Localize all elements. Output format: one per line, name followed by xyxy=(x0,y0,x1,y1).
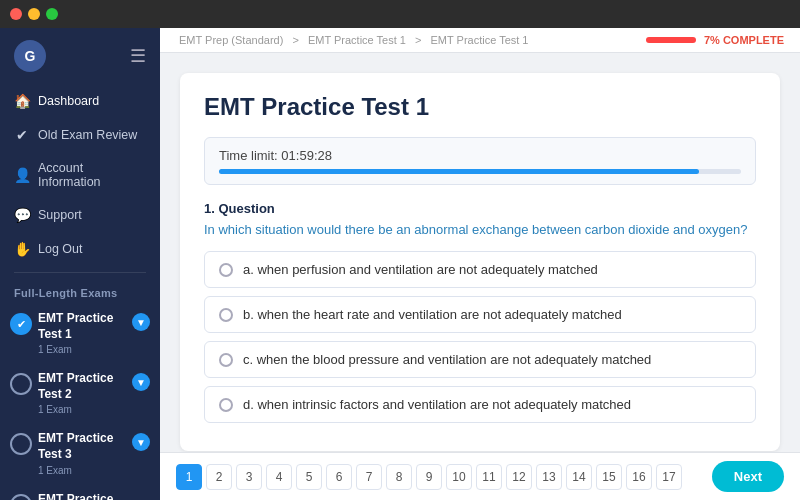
sidebar-section-exams: Full-Length Exams xyxy=(0,279,160,303)
page-num-1[interactable]: 1 xyxy=(176,464,202,490)
exam2-circle xyxy=(10,373,32,395)
sidebar: G ☰ 🏠 Dashboard ✔ Old Exam Review 👤 Acco… xyxy=(0,28,160,500)
check-icon: ✔ xyxy=(14,127,30,143)
nav-dashboard[interactable]: 🏠 Dashboard xyxy=(0,84,160,118)
exam3-count: 1 Exam xyxy=(38,465,126,476)
sidebar-item-exam1[interactable]: ✔ EMT Practice Test 1 1 Exam ▼ xyxy=(0,303,160,363)
exam3-name: EMT Practice Test 3 xyxy=(38,431,126,462)
breadcrumb-sep2: > xyxy=(415,34,424,46)
top-bar: EMT Prep (Standard) > EMT Practice Test … xyxy=(160,28,800,53)
breadcrumb: EMT Prep (Standard) > EMT Practice Test … xyxy=(176,34,532,46)
breadcrumb-part2: EMT Practice Test 1 xyxy=(308,34,406,46)
hamburger-menu[interactable]: ☰ xyxy=(130,45,146,67)
page-num-14[interactable]: 14 xyxy=(566,464,592,490)
sidebar-item-exam2[interactable]: EMT Practice Test 2 1 Exam ▼ xyxy=(0,363,160,423)
question-text: In which situation would there be an abn… xyxy=(204,222,756,237)
nav-account[interactable]: 👤 Account Information xyxy=(0,152,160,198)
page-num-8[interactable]: 8 xyxy=(386,464,412,490)
sidebar-item-exam4[interactable]: EMT Practice xyxy=(0,484,160,500)
sidebar-divider xyxy=(14,272,146,273)
page-num-11[interactable]: 11 xyxy=(476,464,502,490)
exam2-name: EMT Practice Test 2 xyxy=(38,371,126,402)
exam3-circle xyxy=(10,433,32,455)
page-num-9[interactable]: 9 xyxy=(416,464,442,490)
minimize-dot[interactable] xyxy=(28,8,40,20)
page-num-7[interactable]: 7 xyxy=(356,464,382,490)
next-button[interactable]: Next xyxy=(712,461,784,492)
user-icon: 👤 xyxy=(14,167,30,183)
close-dot[interactable] xyxy=(10,8,22,20)
question-number: 1. Question xyxy=(204,201,756,216)
timer-box: Time limit: 01:59:28 xyxy=(204,137,756,185)
progress-bar xyxy=(646,37,696,43)
timer-track xyxy=(219,169,741,174)
option-c[interactable]: c. when the blood pressure and ventilati… xyxy=(204,341,756,378)
logo: G xyxy=(14,40,46,72)
test-card: EMT Practice Test 1 Time limit: 01:59:28… xyxy=(180,73,780,451)
page-num-10[interactable]: 10 xyxy=(446,464,472,490)
option-b[interactable]: b. when the heart rate and ventilation a… xyxy=(204,296,756,333)
exam4-circle xyxy=(10,494,32,500)
page-num-12[interactable]: 12 xyxy=(506,464,532,490)
logout-icon: ✋ xyxy=(14,241,30,257)
bottom-nav: 1234567891011121314151617 Next xyxy=(160,452,800,500)
page-num-17[interactable]: 17 xyxy=(656,464,682,490)
option-b-text: b. when the heart rate and ventilation a… xyxy=(243,307,622,322)
content-area: EMT Practice Test 1 Time limit: 01:59:28… xyxy=(160,53,800,452)
page-num-3[interactable]: 3 xyxy=(236,464,262,490)
exam3-chevron: ▼ xyxy=(132,433,150,451)
breadcrumb-part3: EMT Practice Test 1 xyxy=(430,34,528,46)
home-icon: 🏠 xyxy=(14,93,30,109)
radio-d xyxy=(219,398,233,412)
timer-label: Time limit: 01:59:28 xyxy=(219,148,741,163)
chat-icon: 💬 xyxy=(14,207,30,223)
page-num-13[interactable]: 13 xyxy=(536,464,562,490)
page-num-15[interactable]: 15 xyxy=(596,464,622,490)
radio-a xyxy=(219,263,233,277)
page-num-4[interactable]: 4 xyxy=(266,464,292,490)
exam1-name: EMT Practice Test 1 xyxy=(38,311,126,342)
option-a[interactable]: a. when perfusion and ventilation are no… xyxy=(204,251,756,288)
exam4-name: EMT Practice xyxy=(38,492,150,500)
sidebar-item-exam3[interactable]: EMT Practice Test 3 1 Exam ▼ xyxy=(0,423,160,483)
radio-c xyxy=(219,353,233,367)
exam2-chevron: ▼ xyxy=(132,373,150,391)
progress-info: 7% COMPLETE xyxy=(646,34,784,46)
breadcrumb-sep1: > xyxy=(292,34,301,46)
breadcrumb-part1: EMT Prep (Standard) xyxy=(179,34,283,46)
nav-support[interactable]: 💬 Support xyxy=(0,198,160,232)
maximize-dot[interactable] xyxy=(46,8,58,20)
app-layout: G ☰ 🏠 Dashboard ✔ Old Exam Review 👤 Acco… xyxy=(0,28,800,500)
page-num-6[interactable]: 6 xyxy=(326,464,352,490)
sidebar-header: G ☰ xyxy=(0,28,160,84)
exam2-count: 1 Exam xyxy=(38,404,126,415)
exam1-count: 1 Exam xyxy=(38,344,126,355)
option-d-text: d. when intrinsic factors and ventilatio… xyxy=(243,397,631,412)
page-num-5[interactable]: 5 xyxy=(296,464,322,490)
radio-b xyxy=(219,308,233,322)
page-numbers: 1234567891011121314151617 xyxy=(176,464,712,490)
option-a-text: a. when perfusion and ventilation are no… xyxy=(243,262,598,277)
progress-label: 7% COMPLETE xyxy=(704,34,784,46)
option-c-text: c. when the blood pressure and ventilati… xyxy=(243,352,651,367)
page-num-2[interactable]: 2 xyxy=(206,464,232,490)
nav-old-exam[interactable]: ✔ Old Exam Review xyxy=(0,118,160,152)
page-title: EMT Practice Test 1 xyxy=(204,93,756,121)
exam1-circle: ✔ xyxy=(10,313,32,335)
page-num-16[interactable]: 16 xyxy=(626,464,652,490)
nav-logout[interactable]: ✋ Log Out xyxy=(0,232,160,266)
titlebar xyxy=(0,0,800,28)
option-d[interactable]: d. when intrinsic factors and ventilatio… xyxy=(204,386,756,423)
main-content: EMT Prep (Standard) > EMT Practice Test … xyxy=(160,28,800,500)
timer-fill xyxy=(219,169,699,174)
exam1-chevron: ▼ xyxy=(132,313,150,331)
